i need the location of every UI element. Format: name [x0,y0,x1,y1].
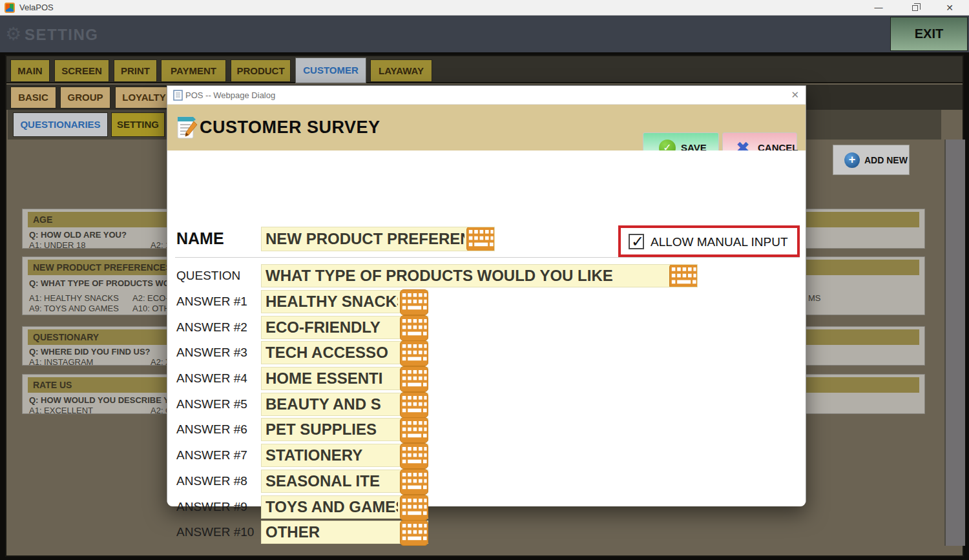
keyboard-icon[interactable] [466,227,495,251]
answer-value: OTHER [266,521,398,543]
dialog-titlebar: POS -- Webpage Dialog ✕ [167,86,806,105]
tab-loyalty[interactable]: LOYALTY [115,87,173,109]
dialog-header: CUSTOMER SURVEY ✓ SAVE ✖ CANCEL [167,105,806,150]
answer-field-4[interactable]: HOME ESSENTI [261,367,428,390]
maximize-icon [912,5,918,11]
answer-value: ECO-FRIENDLY [266,316,398,338]
question-value: WHAT TYPE OF PRODUCTS WOULD YOU LIKE [266,265,667,287]
tab-screen[interactable]: SCREEN [54,59,109,82]
name-value: NEW PRODUCT PREFERENCES [266,227,464,251]
tab-group[interactable]: GROUP [60,87,110,109]
answer-value: PET SUPPLIES [266,419,398,441]
answer-value: HEALTHY SNACKS [266,291,398,313]
list-item-question: Q: WHERE DID YOU FIND US? [29,347,151,357]
answer-field-5[interactable]: BEAUTY AND S [261,393,428,416]
gear-icon: ⚙ [5,23,21,45]
answer-field-3[interactable]: TECH ACCESSO [261,341,428,364]
name-label: NAME [176,229,224,248]
keyboard-icon[interactable] [400,366,428,392]
question-field[interactable]: WHAT TYPE OF PRODUCTS WOULD YOU LIKE [261,264,698,287]
list-item-answer: A1: EXCELLENT [29,406,93,415]
keyboard-icon[interactable] [400,289,428,315]
minimize-button[interactable]: — [864,0,893,16]
list-item-answer: A1: HEALTHY SNACKS [29,293,119,303]
answer-row: ANSWER #2 ECO-FRIENDLY [167,316,806,339]
answer-label: ANSWER #4 [176,371,247,386]
tab-payment[interactable]: PAYMENT [161,59,226,82]
app-icon [5,3,15,13]
list-item-question: Q: WHAT TYPE OF PRODUCTS WOUL [29,278,181,288]
screen: VelaPOS — ✕ ⚙ SETTING EXIT MAIN SCREEN P… [0,0,969,560]
answer-field-6[interactable]: PET SUPPLIES [261,418,428,441]
allow-manual-input-highlight: ALLOW MANUAL INPUT [618,225,800,257]
add-new-label: ADD NEW [864,155,908,165]
tab-setting[interactable]: SETTING [111,112,165,137]
exit-button[interactable]: EXIT [890,17,968,51]
list-scrollbar[interactable] [944,140,965,546]
keyboard-icon[interactable] [400,443,428,469]
list-item-answer: A1: INSTAGRAM [29,357,93,367]
answer-label: ANSWER #6 [176,422,247,437]
dialog-close-button[interactable]: ✕ [791,89,799,101]
maximize-button[interactable] [901,0,929,16]
tab-main[interactable]: MAIN [10,59,50,82]
tab-customer[interactable]: CUSTOMER [295,57,366,83]
answer-field-8[interactable]: SEASONAL ITE [261,470,428,493]
main-tab-row: MAIN SCREEN PRINT PAYMENT PRODUCT CUSTOM… [6,56,963,83]
allow-manual-input-label: ALLOW MANUAL INPUT [651,235,788,249]
answer-label: ANSWER #10 [176,525,254,539]
divider [175,257,800,258]
answer-value: TECH ACCESSO [266,342,398,364]
answer-label: ANSWER #7 [176,448,247,462]
answer-field-7[interactable]: STATIONERY [261,444,428,467]
survey-icon [176,114,198,141]
answer-field-1[interactable]: HEALTHY SNACKS [261,290,428,313]
close-window-button[interactable]: ✕ [935,0,964,16]
answer-field-10[interactable]: OTHER [261,521,428,544]
dialog-heading: CUSTOMER SURVEY [200,118,380,138]
tab-layaway[interactable]: LAYAWAY [370,59,432,82]
answer-value: HOME ESSENTI [266,368,398,389]
tab-basic[interactable]: BASIC [10,87,56,109]
add-new-button[interactable]: + ADD NEW [833,145,910,175]
keyboard-icon[interactable] [400,392,428,418]
answer-label: ANSWER #3 [176,346,247,360]
list-item-answer: A1: UNDER 18 [29,240,85,250]
minimize-icon: — [875,3,883,12]
answer-label: ANSWER #8 [176,474,247,488]
keyboard-icon[interactable] [400,315,428,341]
plus-icon: + [844,152,860,168]
app-header: ⚙ SETTING EXIT [0,16,969,52]
close-icon: ✕ [946,3,953,13]
answer-row: ANSWER #9 TOYS AND GAMES [167,495,806,519]
keyboard-icon[interactable] [400,469,428,495]
answer-field-9[interactable]: TOYS AND GAMES [261,495,428,519]
answer-row: ANSWER #7 STATIONERY [167,444,806,467]
answer-value: BEAUTY AND S [266,393,398,415]
answer-value: TOYS AND GAMES [266,496,398,518]
window-title: VelaPOS [19,3,54,12]
tab-questionaries[interactable]: QUESTIONARIES [13,112,108,137]
tab-product[interactable]: PRODUCT [231,59,291,82]
list-item-answer: A9: TOYS AND GAMES [29,304,119,313]
tab-print[interactable]: PRINT [114,59,157,82]
answer-row: ANSWER #10 OTHER [167,521,806,544]
keyboard-icon[interactable] [400,495,428,521]
answer-row: ANSWER #5 BEAUTY AND S [167,393,806,416]
name-field[interactable]: NEW PRODUCT PREFERENCES [261,227,495,251]
window-titlebar: VelaPOS — ✕ [0,0,969,16]
dialog-title: POS -- Webpage Dialog [185,90,275,100]
question-label: QUESTION [176,269,240,283]
keyboard-icon[interactable] [400,340,428,366]
keyboard-icon[interactable] [400,417,428,443]
answer-label: ANSWER #2 [176,320,247,335]
page-title: SETTING [25,26,99,44]
answer-field-2[interactable]: ECO-FRIENDLY [261,316,428,339]
allow-manual-input-checkbox[interactable] [629,234,644,249]
keyboard-icon[interactable] [400,520,428,546]
webpage-dialog-icon [173,90,183,101]
answer-row: ANSWER #1 HEALTHY SNACKS [167,290,806,313]
dialog-body: NAME NEW PRODUCT PREFERENCES ALLOW MANUA… [167,150,806,506]
keyboard-icon[interactable] [669,264,698,287]
answer-label: ANSWER #9 [176,500,247,514]
